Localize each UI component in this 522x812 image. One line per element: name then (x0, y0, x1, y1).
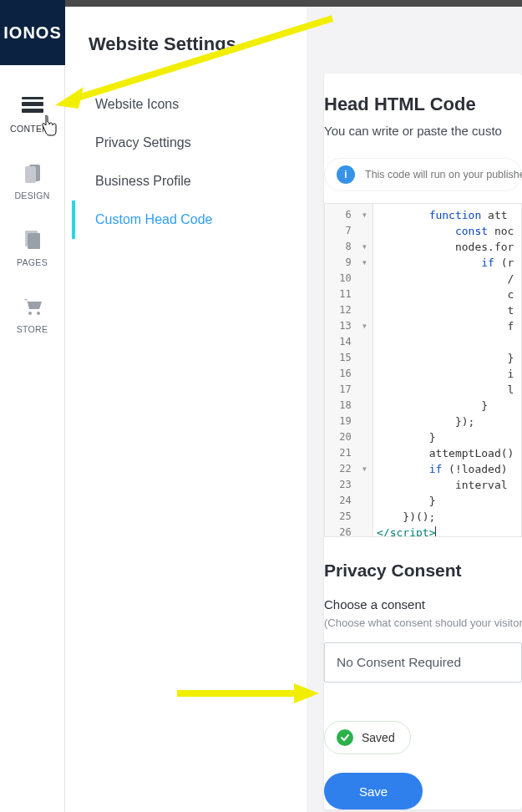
svg-rect-3 (28, 233, 40, 249)
logo-text: IONOS (3, 23, 61, 43)
line-number: 14 (328, 334, 367, 350)
code-line[interactable]: l (377, 382, 514, 398)
main-panel: Head HTML Code You can write or paste th… (307, 7, 522, 812)
info-icon: i (337, 165, 355, 184)
save-button[interactable]: Save (324, 773, 423, 809)
settings-card: Head HTML Code You can write or paste th… (324, 74, 522, 809)
code-line[interactable]: interval (377, 477, 514, 493)
line-number: 16 (328, 366, 367, 382)
code-line[interactable]: } (377, 398, 514, 414)
line-number: 7 (328, 223, 367, 239)
design-icon (20, 160, 45, 185)
code-line[interactable]: f (377, 318, 514, 334)
line-number: 15 (328, 350, 367, 366)
code-line[interactable]: nodes.for (377, 239, 514, 255)
logo[interactable]: IONOS (0, 0, 65, 65)
code-line[interactable] (377, 334, 514, 350)
code-line[interactable]: if (!loaded) (377, 461, 514, 477)
rail-item-pages[interactable]: PAGES (0, 216, 64, 282)
code-line[interactable]: if (r (377, 255, 514, 271)
code-line[interactable]: </script> (377, 525, 514, 537)
content-icon (20, 94, 45, 119)
menu-item-website-icons[interactable]: Website Icons (89, 85, 286, 124)
code-line[interactable]: c (377, 287, 514, 302)
code-line[interactable]: const noc (377, 223, 514, 239)
save-button-label: Save (359, 784, 388, 799)
code-editor[interactable]: 6 ▾7 8 ▾9 ▾10 11 12 13 ▾14 15 16 17 18 1… (324, 203, 522, 537)
svg-rect-1 (25, 166, 36, 183)
consent-hint: (Choose what consent should your visitor… (324, 617, 522, 629)
consent-select[interactable]: No Consent Required (324, 642, 522, 683)
top-strip (65, 0, 522, 7)
store-icon (20, 294, 45, 319)
line-number: 19 (328, 414, 367, 429)
code-line[interactable]: / (377, 271, 514, 287)
code-line[interactable]: t (377, 302, 514, 318)
line-number: 6 ▾ (328, 207, 367, 223)
menu-item-custom-head-code[interactable]: Custom Head Code (72, 200, 286, 239)
line-number: 26 (328, 525, 367, 537)
code-line[interactable]: i (377, 366, 514, 382)
info-text: This code will run on your publishe (365, 169, 522, 180)
rail-label-store: STORE (17, 324, 48, 334)
editor-code[interactable]: function att const noc nodes.for if (r /… (373, 204, 514, 536)
svg-point-5 (37, 312, 40, 315)
rail-label-pages: PAGES (17, 257, 48, 267)
line-number: 17 (328, 382, 367, 398)
line-number: 22 ▾ (328, 461, 367, 477)
line-number: 12 (328, 302, 367, 318)
line-number: 21 (328, 445, 367, 461)
section-title-head-html: Head HTML Code (324, 94, 522, 124)
info-banner: i This code will run on your publishe (324, 158, 522, 191)
section-subtitle: You can write or paste the custo (324, 124, 522, 138)
code-line[interactable]: }); (377, 414, 514, 429)
consent-select-value: No Consent Required (337, 655, 461, 670)
code-line[interactable]: } (377, 350, 514, 366)
line-number: 24 (328, 493, 367, 509)
rail-items: CONTENT DESIGN PAGES STORE (0, 65, 64, 349)
settings-sidebar: Website Settings Website Icons Privacy S… (65, 7, 307, 812)
rail-item-store[interactable]: STORE (0, 282, 64, 349)
section-title-privacy: Privacy Consent (324, 561, 522, 581)
line-number: 8 ▾ (328, 239, 367, 255)
pages-icon (20, 227, 45, 252)
line-number: 10 (328, 271, 367, 287)
menu-item-privacy-settings[interactable]: Privacy Settings (89, 124, 286, 162)
check-icon (337, 729, 353, 746)
code-line[interactable]: } (377, 429, 514, 445)
line-number: 25 (328, 509, 367, 525)
line-number: 23 (328, 477, 367, 493)
line-number: 9 ▾ (328, 255, 367, 271)
page-title: Website Settings (89, 33, 286, 55)
app-rail: IONOS CONTENT DESIGN PAGES STORE (0, 0, 65, 812)
rail-item-design[interactable]: DESIGN (0, 149, 64, 216)
code-line[interactable]: } (377, 493, 514, 509)
line-number: 13 ▾ (328, 318, 367, 334)
svg-point-4 (28, 312, 32, 315)
editor-gutter: 6 ▾7 8 ▾9 ▾10 11 12 13 ▾14 15 16 17 18 1… (325, 204, 373, 536)
code-line[interactable]: attemptLoad() (377, 445, 514, 461)
rail-label-content: CONTENT (10, 124, 54, 134)
rail-item-content[interactable]: CONTENT (0, 82, 64, 149)
code-line[interactable]: function att (377, 207, 514, 223)
saved-text: Saved (362, 731, 395, 744)
saved-status: Saved (324, 721, 411, 754)
menu-item-business-profile[interactable]: Business Profile (89, 162, 286, 200)
line-number: 11 (328, 287, 367, 302)
line-number: 18 (328, 398, 367, 414)
consent-label: Choose a consent (324, 597, 522, 612)
code-line[interactable]: })(); (377, 509, 514, 525)
line-number: 20 (328, 429, 367, 445)
rail-label-design: DESIGN (14, 190, 49, 200)
